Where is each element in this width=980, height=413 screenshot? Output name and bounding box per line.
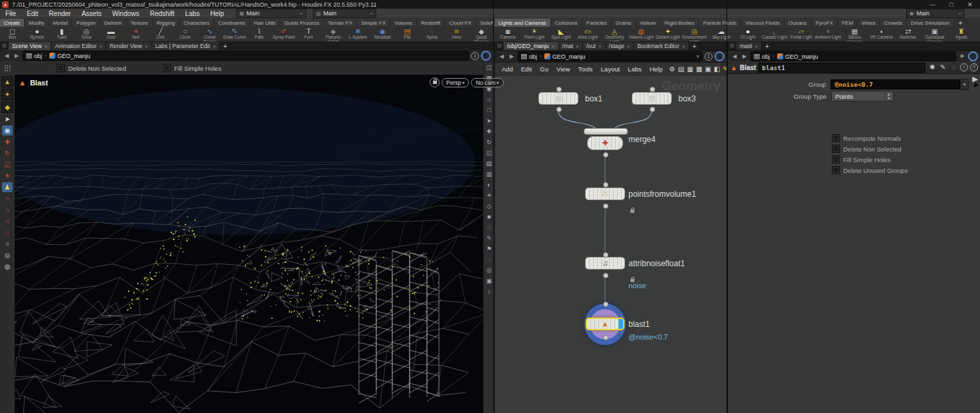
rotate-tool-icon[interactable]: ↻ bbox=[2, 148, 13, 158]
pin-pane-icon[interactable]: ✚ bbox=[958, 53, 966, 59]
tool-camera[interactable]: ◙Camera bbox=[494, 27, 521, 41]
tool-spiral[interactable]: ◌Spiral bbox=[420, 27, 444, 41]
shelf-tab-polygon[interactable]: Polygon bbox=[72, 19, 100, 27]
node-output-dot[interactable] bbox=[603, 152, 608, 157]
node-blast1[interactable]: ▲ bbox=[586, 318, 624, 330]
menu-labs[interactable]: Labs bbox=[179, 9, 205, 18]
pane-menu-icon[interactable] bbox=[729, 43, 735, 49]
merge-input-bar[interactable] bbox=[584, 128, 628, 135]
network-tab-bookmark-editor[interactable]: Bookmark Editor× bbox=[634, 42, 689, 50]
path-crumb-obj[interactable]: obj bbox=[754, 53, 770, 60]
shelf-tab-viscous-fluids[interactable]: Viscous Fluids bbox=[741, 19, 784, 27]
desktop-selector-2[interactable]: ◎ Main ÷ bbox=[313, 9, 376, 18]
flag-icon[interactable]: ⚑ bbox=[485, 245, 494, 254]
group-input[interactable]: @noise<0.7 bbox=[831, 79, 960, 89]
search-icon[interactable]: ◌ bbox=[949, 63, 958, 71]
network-tab-obj-geo-manju[interactable]: /obj/GEO_manju× bbox=[504, 42, 559, 50]
shelf-tab-grains[interactable]: Grains bbox=[612, 19, 636, 27]
param-check-recompute-normals[interactable]: Recompute Normals bbox=[832, 134, 908, 142]
tool-environment-light[interactable]: ◎Environment Light bbox=[681, 27, 708, 41]
shelf-tab-guide-process[interactable]: Guide Process bbox=[280, 19, 324, 27]
camera-menu-button[interactable]: No cam▾ bbox=[471, 78, 503, 87]
home-view-icon[interactable]: ⌂ bbox=[485, 95, 494, 104]
swap-view-icon[interactable]: ↕ bbox=[485, 288, 494, 296]
shelf-tab-texture[interactable]: Texture bbox=[127, 19, 153, 27]
shelf-tab-deform[interactable]: Deform bbox=[100, 19, 126, 27]
back-arrow-icon[interactable]: ◀ bbox=[730, 53, 739, 59]
path-crumb-geo-manju[interactable]: GEO_manju bbox=[777, 53, 819, 60]
shelf-tab-particle-fluids[interactable]: Particle Fluids bbox=[699, 19, 741, 27]
path-crumb-geo-manju[interactable]: GEO_manju bbox=[49, 53, 91, 59]
close-icon[interactable]: × bbox=[145, 43, 148, 49]
op-check-fill-simple-holes[interactable]: Fill Simple Holes bbox=[163, 64, 221, 72]
path-field[interactable]: obj›GEO_manju▾ bbox=[518, 51, 702, 61]
back-arrow-icon[interactable]: ◀ bbox=[498, 53, 506, 59]
grid-view-icon[interactable]: ▩ bbox=[696, 65, 702, 73]
network-menu-tools[interactable]: Tools bbox=[574, 64, 596, 73]
tool-null[interactable]: ✳Null bbox=[123, 27, 148, 41]
tool-font[interactable]: TFont bbox=[296, 27, 321, 41]
menu-windows[interactable]: Windows bbox=[107, 9, 145, 18]
display-options-icon[interactable]: ▤ bbox=[485, 159, 494, 168]
camera-view-icon[interactable]: ◎ bbox=[485, 266, 494, 275]
snap-edge-icon[interactable]: ∩ bbox=[2, 216, 13, 226]
tool-inputs[interactable]: ♜Inputs bbox=[948, 27, 975, 41]
tumble-icon[interactable]: ↻ bbox=[485, 138, 494, 147]
shelf-tab-simple-fx[interactable]: Simple FX bbox=[357, 19, 390, 27]
shelf-tab-volume[interactable]: Volume bbox=[390, 19, 417, 27]
node-output-dot[interactable] bbox=[603, 273, 608, 278]
close-icon[interactable]: × bbox=[576, 43, 579, 49]
pane-menu-icon[interactable] bbox=[1, 43, 7, 49]
network-menu-add[interactable]: Add bbox=[498, 64, 517, 73]
pane-tab-labs-parameter-edit[interactable]: Labs | Parameter Edit× bbox=[152, 42, 220, 50]
radial-menu-icon[interactable] bbox=[968, 51, 978, 61]
lighting-icon[interactable]: ◐ bbox=[485, 181, 494, 189]
tool-caustic-light[interactable]: ◟Caustic Light bbox=[761, 27, 788, 41]
close-icon[interactable]: × bbox=[45, 43, 48, 49]
maximize-button[interactable]: □ bbox=[947, 1, 956, 8]
add-shelf-tab-button[interactable]: + bbox=[955, 19, 967, 27]
tool-sky-light[interactable]: ☁Sky Light bbox=[708, 27, 734, 41]
snap-point-icon[interactable]: ∩ bbox=[2, 205, 13, 215]
desktop-selector-1[interactable]: ⊞ Main ÷ bbox=[236, 9, 306, 18]
tool-l-system[interactable]: ❄L-System bbox=[346, 27, 370, 41]
tool-draw-curve[interactable]: ✎Draw Curve bbox=[222, 27, 247, 41]
group-dropdown-button[interactable]: ▾ bbox=[960, 79, 969, 90]
network-tab-out[interactable]: /out× bbox=[583, 42, 606, 50]
tool-torus[interactable]: ◎Torus bbox=[74, 27, 99, 41]
close-icon[interactable]: × bbox=[598, 43, 602, 49]
tool-tube[interactable]: ▮Tube bbox=[49, 27, 74, 41]
pane-tab-animation-editor[interactable]: Animation Editor× bbox=[51, 42, 106, 50]
pane-menu-icon[interactable] bbox=[496, 43, 502, 49]
zoom-box-icon[interactable]: ◱ bbox=[485, 149, 494, 157]
shelf-tab-vellum[interactable]: Vellum bbox=[636, 19, 660, 27]
network-menu-edit[interactable]: Edit bbox=[517, 64, 536, 73]
tool-gi-light[interactable]: ●GI Light bbox=[734, 27, 761, 41]
snap-grid-icon[interactable]: ∩ bbox=[2, 193, 13, 203]
node-input-dot[interactable] bbox=[603, 182, 608, 187]
tool-quick-shapes[interactable]: ◆Quick Shapes bbox=[469, 27, 493, 41]
checkbox[interactable] bbox=[832, 134, 840, 142]
tool-vr-camera[interactable]: ◖VR Camera bbox=[868, 27, 895, 41]
shelf-tab-hair-utils[interactable]: Hair Utils bbox=[250, 19, 280, 27]
add-pane-tab-button[interactable]: + bbox=[219, 42, 231, 50]
tool-curve-bezier[interactable]: ∿Curve Bezier bbox=[197, 27, 222, 41]
shelf-tab-drive-simulation[interactable]: Drive Simulation bbox=[907, 19, 954, 27]
shelf-tab-terrain-fx[interactable]: Terrain FX bbox=[324, 19, 357, 27]
list-view-icon[interactable]: ▤ bbox=[678, 65, 684, 73]
shelf-tab-lights-and-cameras[interactable]: Lights and Cameras bbox=[494, 19, 551, 27]
param-check-fill-simple-holes[interactable]: Fill Simple Holes bbox=[832, 155, 908, 163]
select-icon[interactable]: ➤ bbox=[485, 117, 494, 125]
menu-redshift[interactable]: Redshift bbox=[145, 9, 180, 18]
menu-assets[interactable]: Assets bbox=[76, 9, 107, 18]
add-pane-tab-button[interactable]: + bbox=[762, 42, 773, 50]
tool-spray-paint[interactable]: ✐Spray Paint bbox=[272, 27, 296, 41]
tool-line[interactable]: ╱Line bbox=[148, 27, 173, 41]
shelf-tab-model[interactable]: Model bbox=[49, 19, 73, 27]
network-menu-view[interactable]: View bbox=[552, 64, 574, 73]
group-type-dropdown[interactable]: Points ▴▾ bbox=[831, 91, 894, 101]
close-icon[interactable]: × bbox=[213, 43, 216, 49]
tool-volume-light[interactable]: ◍Volume Light bbox=[628, 27, 654, 41]
tool-geometry-light[interactable]: ◬Geometry Light bbox=[601, 27, 628, 41]
help-icon[interactable]: ? bbox=[970, 63, 978, 71]
